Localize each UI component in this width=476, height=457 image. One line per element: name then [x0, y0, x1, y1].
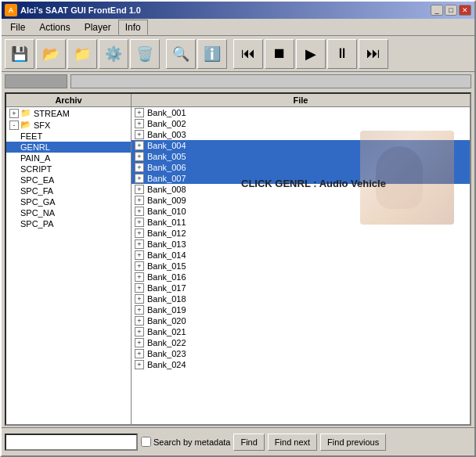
tree-item-feet[interactable]: FEET	[6, 131, 131, 142]
file-item-bank019[interactable]: +Bank_019	[132, 304, 470, 315]
find-button[interactable]: Find	[233, 434, 264, 451]
expand-bank003-icon: +	[135, 130, 144, 139]
file-item-bank017[interactable]: +Bank_017	[132, 282, 470, 293]
tree-item-spc_fa[interactable]: SPC_FA	[6, 185, 131, 196]
expand-sfx-icon[interactable]: -	[9, 121, 19, 130]
tree-label-pain_a: PAIN_A	[20, 153, 50, 163]
expand-bank012-icon: +	[135, 228, 144, 238]
expand-stream-icon[interactable]: +	[9, 109, 19, 118]
file-item-bank013[interactable]: +Bank_013	[132, 239, 470, 250]
find-next-button[interactable]: Find next	[268, 434, 317, 451]
open-green-button[interactable]: 📁	[67, 39, 97, 69]
menu-info[interactable]: Info	[118, 20, 148, 35]
file-item-bank006[interactable]: +Bank_006	[132, 162, 470, 173]
file-item-bank016[interactable]: +Bank_016	[132, 272, 470, 282]
close-button[interactable]: ✕	[459, 5, 471, 16]
expand-bank008-icon: +	[135, 185, 144, 194]
bottom-bar: Search by metadata Find Find next Find p…	[2, 427, 474, 455]
maximize-button[interactable]: □	[445, 5, 457, 16]
info-button[interactable]: ℹ️	[197, 39, 227, 69]
pause-button[interactable]: ⏸	[327, 39, 357, 69]
rewind-button[interactable]: ⏮	[233, 39, 263, 69]
tree-label-genrl: GENRL	[20, 142, 50, 152]
file-item-bank003[interactable]: +Bank_003	[132, 129, 470, 140]
search-button[interactable]: 🔍	[166, 39, 196, 69]
file-item-bank009[interactable]: +Bank_009	[132, 195, 470, 206]
file-item-bank005[interactable]: +Bank_005	[132, 151, 470, 162]
minimize-button[interactable]: _	[431, 5, 443, 16]
window-title: Alci's SAAT GUI FrontEnd 1.0	[20, 5, 141, 15]
file-item-bank018[interactable]: +Bank_018	[132, 293, 470, 304]
file-item-bank011[interactable]: +Bank_011	[132, 217, 470, 228]
expand-bank016-icon: +	[135, 272, 144, 282]
menu-actions[interactable]: Actions	[32, 20, 77, 35]
settings-button[interactable]: ⚙️	[99, 39, 128, 69]
title-bar: A Alci's SAAT GUI FrontEnd 1.0 _ □ ✕	[2, 2, 474, 19]
file-item-bank010[interactable]: +Bank_010	[132, 206, 470, 217]
menu-file[interactable]: File	[3, 20, 32, 35]
save-button[interactable]: 💾	[5, 39, 34, 69]
toolbar: 💾 📂 📁 ⚙️ 🗑️ 🔍 ℹ️ ⏮ ⏹ ▶ ⏸ ⏭	[2, 36, 474, 72]
expand-bank006-icon: +	[135, 163, 144, 172]
tree-item-spc_ga[interactable]: SPC_GA	[6, 196, 131, 207]
tree-item-genrl[interactable]: GENRL	[6, 142, 131, 153]
tree-item-spc_na[interactable]: SPC_NA	[6, 207, 131, 218]
tree-item-spc_pa[interactable]: SPC_PA	[6, 218, 131, 229]
tree-label-spc_fa: SPC_FA	[20, 186, 53, 196]
file-item-bank015[interactable]: +Bank_015	[132, 261, 470, 272]
file-item-bank024[interactable]: +Bank_024	[132, 359, 470, 370]
open-button[interactable]: 📂	[36, 39, 66, 69]
file-item-bank001[interactable]: +Bank_001	[132, 107, 470, 118]
file-item-bank004[interactable]: +Bank_004	[132, 140, 470, 151]
tree-label-spc_na: SPC_NA	[20, 208, 55, 218]
address-right	[70, 74, 471, 88]
file-item-bank023[interactable]: +Bank_023	[132, 348, 470, 359]
expand-bank001-icon: +	[135, 108, 144, 117]
search-input[interactable]	[5, 434, 138, 451]
file-item-bank007[interactable]: +Bank_007	[132, 173, 470, 184]
title-controls: _ □ ✕	[431, 5, 471, 16]
find-previous-button[interactable]: Find previous	[320, 434, 386, 451]
file-item-bank008[interactable]: +Bank_008	[132, 184, 470, 195]
stop-button[interactable]: ⏹	[265, 39, 294, 69]
tree-label-script: SCRIPT	[20, 164, 52, 174]
folder-sfx-icon: 📂	[20, 120, 31, 130]
tree-item-stream[interactable]: + 📁 STREAM	[6, 107, 131, 119]
right-pane: File CLICK GENRL : Audio Vehicle +Bank_0…	[132, 94, 470, 424]
file-item-bank021[interactable]: +Bank_021	[132, 326, 470, 337]
file-header: File	[132, 94, 470, 107]
tree-label-feet: FEET	[20, 131, 42, 141]
tree-item-script[interactable]: SCRIPT	[6, 164, 131, 175]
file-item-bank022[interactable]: +Bank_022	[132, 337, 470, 348]
tree-item-sfx[interactable]: - 📂 SFX	[6, 119, 131, 131]
tree-label-spc_ga: SPC_GA	[20, 197, 56, 207]
tree-label-stream: STREAM	[34, 109, 70, 118]
file-item-bank002[interactable]: +Bank_002	[132, 118, 470, 129]
expand-bank023-icon: +	[135, 349, 144, 358]
left-pane: Archiv + 📁 STREAM - 📂 SFX FEET GENRL	[6, 94, 132, 424]
menu-player[interactable]: Player	[78, 20, 118, 35]
play-button[interactable]: ▶	[296, 39, 326, 69]
app-icon: A	[5, 4, 17, 16]
expand-bank002-icon: +	[135, 119, 144, 128]
search-by-metadata-text: Search by metadata	[153, 437, 230, 447]
file-item-bank020[interactable]: +Bank_020	[132, 315, 470, 326]
expand-bank019-icon: +	[135, 305, 144, 315]
search-by-metadata-checkbox[interactable]	[141, 437, 151, 447]
main-content: Archiv + 📁 STREAM - 📂 SFX FEET GENRL	[2, 91, 474, 427]
menu-bar: File Actions Player Info	[2, 19, 474, 36]
panes: Archiv + 📁 STREAM - 📂 SFX FEET GENRL	[5, 92, 471, 426]
tree-label-sfx: SFX	[34, 121, 50, 130]
expand-bank020-icon: +	[135, 316, 144, 326]
file-list[interactable]: CLICK GENRL : Audio Vehicle +Bank_001 +B…	[132, 107, 470, 424]
file-item-bank014[interactable]: +Bank_014	[132, 250, 470, 261]
expand-bank024-icon: +	[135, 360, 144, 369]
search-by-metadata-label[interactable]: Search by metadata	[141, 437, 230, 447]
main-window: A Alci's SAAT GUI FrontEnd 1.0 _ □ ✕ Fil…	[0, 0, 476, 457]
fastforward-button[interactable]: ⏭	[359, 39, 388, 69]
file-item-bank012[interactable]: +Bank_012	[132, 228, 470, 239]
delete-button[interactable]: 🗑️	[130, 39, 160, 69]
tree-item-spc_ea[interactable]: SPC_EA	[6, 175, 131, 185]
expand-bank011-icon: +	[135, 218, 144, 227]
tree-item-pain_a[interactable]: PAIN_A	[6, 153, 131, 164]
